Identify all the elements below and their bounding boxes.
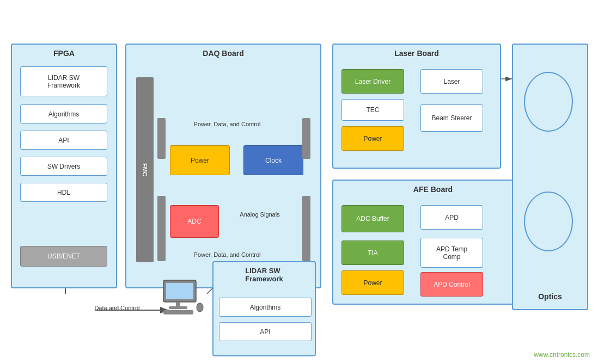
optic-circle-bottom xyxy=(524,192,573,251)
power-box-daq: Power xyxy=(170,145,230,175)
daq-label: DAQ Board xyxy=(203,49,243,58)
fpga-board: FPGA LIDAR SWFramework Algorithms API SW… xyxy=(11,44,117,288)
fpga-framework-box: LIDAR SWFramework xyxy=(20,66,107,96)
laser-driver-label: Laser Driver xyxy=(355,78,390,85)
laser-box: Laser xyxy=(420,69,483,94)
computer-icon xyxy=(161,277,204,316)
diagram: FPGA LIDAR SWFramework Algorithms API SW… xyxy=(0,0,598,364)
power-data-top-label: Power, Data, and Control xyxy=(148,121,306,127)
laser-driver-box: Laser Driver xyxy=(341,69,404,94)
apd-box: APD xyxy=(420,205,483,230)
power-label-daq: Power xyxy=(191,157,209,164)
tec-label: TEC xyxy=(367,106,380,114)
api-box: API xyxy=(20,131,107,150)
beam-steerer-box: Beam Steerer xyxy=(420,104,483,132)
clock-label: Clock xyxy=(265,157,282,164)
fmc-bar: FMC xyxy=(136,77,154,262)
power-box-laser: Power xyxy=(341,126,404,151)
apd-temp-comp-box: APD TempComp xyxy=(420,238,483,268)
apd-control-label: APD Control xyxy=(434,281,470,288)
tia-box: TIA xyxy=(341,240,404,265)
afe-board: AFE Board ADC Buffer TIA Power APD APD T… xyxy=(332,180,534,305)
fmc-label: FMC xyxy=(142,163,148,176)
data-and-control-label: Data and Control xyxy=(76,305,158,311)
hdl-box: HDL xyxy=(20,183,107,202)
apd-label: APD xyxy=(445,214,459,221)
api-bottom-label: API xyxy=(260,328,270,336)
svg-rect-17 xyxy=(166,283,193,299)
optic-circle-top xyxy=(524,72,573,132)
laser-board: Laser Board Laser Driver TEC Power Laser… xyxy=(332,44,501,169)
power-data-bottom-label: Power, Data, and Control xyxy=(148,251,306,258)
lidar-sw-board-bottom: LIDAR SWFramework Algorithms API xyxy=(212,261,316,356)
usb-enet-label: USB/ENET xyxy=(47,252,80,260)
svg-rect-21 xyxy=(163,310,193,314)
optics-label: Optics xyxy=(538,292,562,301)
sw-drivers-label: SW Drivers xyxy=(47,163,81,170)
beam-steerer-label: Beam Steerer xyxy=(431,114,472,122)
power-box-afe: Power xyxy=(341,270,404,295)
tec-box: TEC xyxy=(341,99,404,121)
sw-drivers-box: SW Drivers xyxy=(20,157,107,176)
optics-board: Optics xyxy=(512,44,588,310)
adc-label: ADC xyxy=(187,218,201,225)
laser-box-label: Laser xyxy=(443,78,460,85)
svg-rect-18 xyxy=(176,302,180,306)
hdl-label: HDL xyxy=(57,189,70,196)
computer-svg xyxy=(161,277,204,316)
laser-label: Laser Board xyxy=(394,49,439,58)
svg-rect-19 xyxy=(169,306,187,309)
svg-point-20 xyxy=(197,303,203,312)
algorithms-bottom-box: Algorithms xyxy=(219,298,312,317)
usb-enet-box: USB/ENET xyxy=(20,246,107,267)
lidar-sw-bottom-label: LIDAR SWFramework xyxy=(245,267,283,283)
adc-buffer-box: ADC Buffer xyxy=(341,205,404,232)
api-bottom-box: API xyxy=(219,322,312,341)
apd-control-box: APD Control xyxy=(420,272,483,297)
power-label-laser: Power xyxy=(363,135,382,143)
algorithms-box: Algorithms xyxy=(20,104,107,124)
tia-label: TIA xyxy=(368,249,378,257)
afe-label: AFE Board xyxy=(413,185,453,194)
apd-temp-comp-label: APD TempComp xyxy=(436,245,467,261)
analog-signals-label: Analog Signals xyxy=(222,211,298,218)
adc-box: ADC xyxy=(170,205,219,238)
watermark: www.cntronics.com xyxy=(534,351,590,359)
clock-box: Clock xyxy=(243,145,303,175)
daq-board: DAQ Board FMC Power Clock ADC Power, Dat… xyxy=(125,44,321,288)
api-label: API xyxy=(58,137,69,144)
adc-buffer-label: ADC Buffer xyxy=(356,215,389,223)
algorithms-bottom-label: Algorithms xyxy=(250,304,281,311)
fpga-label: FPGA xyxy=(53,49,75,58)
fpga-framework-label: LIDAR SWFramework xyxy=(47,74,80,89)
power-label-afe: Power xyxy=(363,279,382,287)
algorithms-label: Algorithms xyxy=(48,110,80,118)
